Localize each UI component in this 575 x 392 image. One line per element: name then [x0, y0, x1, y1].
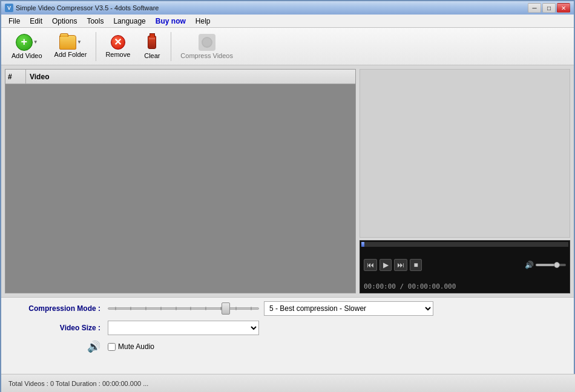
compress-videos-button[interactable]: Compress Videos: [175, 31, 238, 62]
menu-edit[interactable]: Edit: [25, 16, 47, 27]
player-time-display: 00:00:00 / 00:00:00.000: [360, 281, 570, 293]
compression-slider-thumb[interactable]: [222, 302, 230, 315]
toolbar-separator-2: [171, 32, 171, 61]
titlebar-buttons: ─ □ ✕: [528, 3, 570, 13]
compression-mode-row: Compression Mode :: [11, 301, 564, 316]
compression-slider-track: [108, 307, 259, 310]
player-prev-button[interactable]: ⏮: [364, 259, 377, 271]
clear-label: Clear: [144, 52, 160, 59]
toolbar: + ▼ Add Video ▼ Add Folder ✕ Remove: [1, 28, 574, 65]
slider-tick: [160, 307, 162, 310]
video-player: ⏮ ▶ ⏭ ■ 🔊 00:00:00 / 00:00:00.000: [360, 240, 570, 293]
menu-help[interactable]: Help: [191, 16, 215, 27]
compression-mode-label: Compression Mode :: [11, 304, 108, 313]
statusbar-text: Total Videos : 0 Total Duration : 00:00:…: [8, 380, 148, 387]
compression-mode-select[interactable]: 5 - Best compression - Slower 1 - Best q…: [264, 301, 433, 316]
add-folder-dropdown-arrow: ▼: [77, 39, 82, 45]
clear-icon: [143, 34, 160, 51]
remove-label: Remove: [105, 51, 130, 58]
video-size-label: Video Size :: [11, 324, 108, 332]
slider-tick: [115, 307, 116, 310]
slider-tick: [176, 307, 177, 310]
mute-row: 🔊 Mute Audio: [11, 340, 564, 353]
content-area: # Video ⏮ ▶ ⏭: [1, 65, 574, 391]
clear-button[interactable]: Clear: [137, 31, 167, 62]
compress-videos-icon: [199, 34, 215, 51]
main-window: V Simple Video Compressor V3.5 - 4dots S…: [0, 0, 575, 392]
video-list-panel: # Video: [5, 69, 356, 293]
add-folder-button[interactable]: ▼ Add Folder: [49, 32, 93, 61]
player-volume-control: 🔊: [525, 261, 566, 269]
player-controls: ⏮ ▶ ⏭ ■ 🔊: [360, 248, 570, 281]
statusbar: Total Videos : 0 Total Duration : 00:00:…: [1, 374, 574, 391]
volume-icon: 🔊: [525, 261, 534, 269]
audio-icon: 🔊: [87, 340, 100, 353]
app-icon: V: [5, 4, 13, 12]
add-folder-icon: [59, 35, 76, 50]
slider-tick: [205, 307, 206, 310]
add-video-dropdown-arrow: ▼: [33, 39, 38, 45]
col-video-header: Video: [26, 73, 49, 81]
video-list-content[interactable]: [5, 84, 355, 293]
window-title: Simple Video Compressor V3.5 - 4dots Sof…: [16, 4, 528, 11]
player-stop-button[interactable]: ■: [410, 259, 422, 271]
titlebar: V Simple Video Compressor V3.5 - 4dots S…: [1, 1, 574, 15]
player-play-button[interactable]: ▶: [380, 259, 392, 271]
menubar: File Edit Options Tools Language Buy now…: [1, 15, 574, 28]
player-progress-fill: [361, 242, 364, 247]
add-folder-label: Add Folder: [54, 51, 87, 58]
menu-tools[interactable]: Tools: [82, 16, 108, 27]
col-hash-header: #: [8, 70, 26, 83]
mute-checkbox[interactable]: [108, 343, 116, 351]
volume-slider[interactable]: [536, 264, 566, 266]
preview-area: [360, 69, 570, 238]
toolbar-separator-1: [96, 32, 96, 61]
close-button[interactable]: ✕: [557, 3, 570, 13]
menu-buynow[interactable]: Buy now: [151, 16, 191, 27]
slider-tick: [145, 307, 146, 310]
remove-button[interactable]: ✕ Remove: [100, 32, 136, 61]
slider-tick: [130, 307, 131, 310]
mute-label: Mute Audio: [118, 342, 154, 351]
volume-thumb[interactable]: [554, 262, 560, 268]
add-video-button[interactable]: + ▼ Add Video: [6, 31, 48, 62]
video-size-select[interactable]: [108, 321, 259, 335]
menu-language[interactable]: Language: [108, 16, 150, 27]
add-video-icon: +: [16, 34, 33, 51]
maximize-button[interactable]: □: [542, 3, 556, 13]
video-list-header: # Video: [5, 70, 355, 84]
video-size-row: Video Size :: [11, 321, 564, 335]
slider-tick: [235, 307, 237, 310]
slider-tick: [251, 307, 252, 310]
main-panel: # Video ⏮ ▶ ⏭: [1, 65, 574, 297]
remove-icon: ✕: [111, 35, 125, 50]
add-video-label: Add Video: [12, 52, 42, 59]
menu-options[interactable]: Options: [47, 16, 82, 27]
minimize-button[interactable]: ─: [528, 3, 541, 13]
player-progress-bar[interactable]: [361, 242, 568, 247]
compress-videos-label: Compress Videos: [180, 52, 233, 59]
player-next-button[interactable]: ⏭: [394, 259, 407, 271]
slider-tick: [190, 307, 191, 310]
menu-file[interactable]: File: [4, 16, 25, 27]
right-panel: ⏮ ▶ ⏭ ■ 🔊 00:00:00 / 00:00:00.000: [360, 69, 570, 293]
compression-slider-container: [108, 302, 259, 315]
audio-icon-container: 🔊: [11, 340, 108, 353]
